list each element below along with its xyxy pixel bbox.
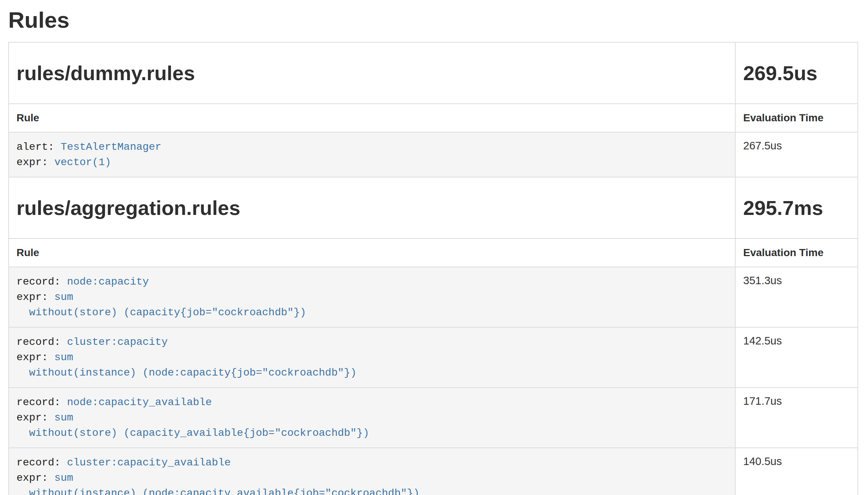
rule-row: record:node:capacity_available expr:sum …: [9, 388, 858, 448]
rule-row: alert:TestAlertManager expr:vector(1) 26…: [9, 132, 858, 177]
rule-evaluation-time: 142.5us: [735, 327, 858, 388]
rule-keyword: record:: [16, 336, 61, 348]
expr-link[interactable]: sum: [54, 472, 73, 484]
rules-table: rules/dummy.rules 269.5us Rule Evaluatio…: [8, 42, 858, 495]
rule-code: record:node:capacity_available expr:sum …: [16, 395, 727, 441]
expr-keyword: expr:: [16, 472, 48, 484]
expr-continuation-line: without(instance) (node:capacity{job="co…: [16, 365, 727, 380]
record-name-link[interactable]: node:capacity_available: [67, 397, 212, 408]
expr-continuation-line: without(store) (capacity_available{job="…: [16, 425, 727, 441]
group-evaluation-time: 269.5us: [735, 42, 858, 104]
alert-name-link[interactable]: TestAlertManager: [61, 141, 162, 153]
record-name-link[interactable]: cluster:capacity_available: [67, 457, 231, 468]
rule-evaluation-time: 140.5us: [735, 448, 858, 495]
expr-line: expr:sum: [16, 410, 727, 425]
group-file-title: rules/aggregation.rules: [9, 177, 735, 239]
rule-definition-line: record:cluster:capacity: [16, 334, 727, 350]
rule-code: record:cluster:capacity_available expr:s…: [16, 455, 727, 495]
rule-cell: record:node:capacity expr:sum without(st…: [9, 267, 735, 327]
expr-keyword: expr:: [16, 157, 48, 168]
expr-link[interactable]: without(store) (capacity{job="cockroachd…: [16, 307, 306, 318]
rule-code: record:cluster:capacity expr:sum without…: [16, 334, 727, 380]
expr-link[interactable]: vector(1): [54, 157, 111, 168]
rule-definition-line: record:node:capacity_available: [16, 395, 727, 410]
column-header-rule: Rule: [9, 104, 735, 132]
rule-cell: record:node:capacity_available expr:sum …: [9, 388, 735, 448]
expr-line: expr:sum: [16, 470, 727, 486]
expr-keyword: expr:: [16, 352, 48, 363]
rule-cell: alert:TestAlertManager expr:vector(1): [9, 132, 735, 177]
column-header-row: Rule Evaluation Time: [9, 104, 858, 132]
expr-link[interactable]: without(instance) (node:capacity{job="co…: [16, 367, 356, 379]
expr-link[interactable]: without(instance) (node:capacity_availab…: [16, 488, 419, 495]
expr-link[interactable]: without(store) (capacity_available{job="…: [16, 427, 369, 439]
expr-keyword: expr:: [16, 291, 48, 303]
record-name-link[interactable]: cluster:capacity: [67, 336, 168, 348]
group-header-row: rules/dummy.rules 269.5us: [9, 42, 858, 104]
rule-definition-line: record:cluster:capacity_available: [16, 455, 727, 470]
rule-row: record:node:capacity expr:sum without(st…: [9, 267, 858, 327]
rule-row: record:cluster:capacity_available expr:s…: [9, 448, 858, 495]
rule-cell: record:cluster:capacity_available expr:s…: [9, 448, 735, 495]
rule-code: alert:TestAlertManager expr:vector(1): [16, 139, 727, 170]
rule-evaluation-time: 351.3us: [735, 267, 858, 327]
expr-link[interactable]: sum: [54, 412, 73, 423]
expr-link[interactable]: sum: [54, 291, 73, 303]
expr-line: expr:sum: [16, 289, 727, 305]
column-header-row: Rule Evaluation Time: [9, 239, 858, 267]
rule-row: record:cluster:capacity expr:sum without…: [9, 327, 858, 388]
expr-continuation-line: without(store) (capacity{job="cockroachd…: [16, 305, 727, 320]
rule-code: record:node:capacity expr:sum without(st…: [16, 274, 727, 320]
expr-link[interactable]: sum: [54, 352, 73, 363]
expr-keyword: expr:: [16, 412, 48, 423]
rule-keyword: record:: [16, 457, 61, 468]
column-header-evaluation-time: Evaluation Time: [735, 239, 858, 267]
rule-keyword: record:: [16, 276, 61, 288]
rule-keyword: record:: [16, 397, 61, 408]
group-evaluation-time: 295.7ms: [735, 177, 858, 239]
rule-keyword: alert:: [16, 141, 54, 153]
page-title: Rules: [8, 8, 858, 32]
rule-evaluation-time: 171.7us: [735, 388, 858, 448]
rules-page: Rules rules/dummy.rules 269.5us Rule Eva…: [0, 8, 868, 495]
record-name-link[interactable]: node:capacity: [67, 276, 149, 288]
column-header-evaluation-time: Evaluation Time: [735, 104, 858, 132]
rule-cell: record:cluster:capacity expr:sum without…: [9, 327, 735, 388]
group-file-title: rules/dummy.rules: [9, 42, 735, 104]
group-header-row: rules/aggregation.rules 295.7ms: [9, 177, 858, 239]
rule-definition-line: alert:TestAlertManager: [16, 139, 727, 155]
rule-definition-line: record:node:capacity: [16, 274, 727, 289]
column-header-rule: Rule: [9, 239, 735, 267]
rule-evaluation-time: 267.5us: [735, 132, 858, 177]
expr-continuation-line: without(instance) (node:capacity_availab…: [16, 486, 727, 495]
expr-line: expr:sum: [16, 350, 727, 365]
expr-line: expr:vector(1): [16, 155, 727, 170]
